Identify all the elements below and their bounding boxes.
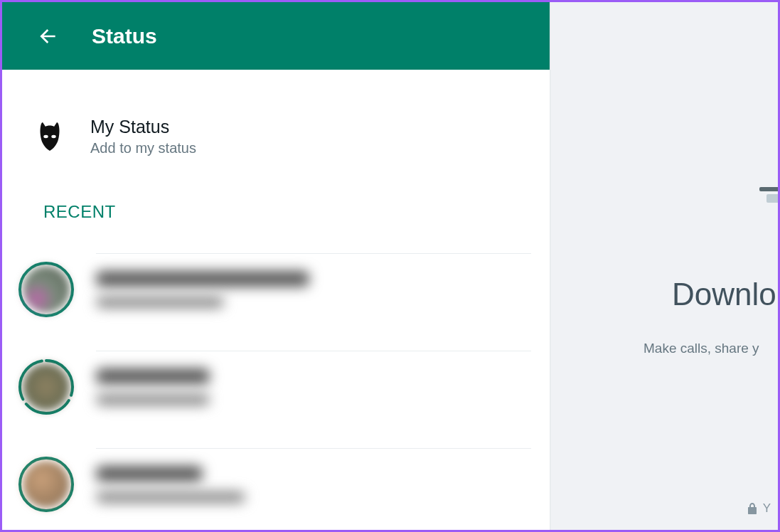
contact-avatar xyxy=(23,461,70,508)
status-ring xyxy=(18,456,75,513)
right-panel-subtitle: Make calls, share y xyxy=(643,341,759,356)
status-texts xyxy=(96,448,531,520)
app-viewport: Status My Status Add to my status RECENT xyxy=(0,0,780,532)
recent-section-label: RECENT xyxy=(2,164,550,240)
status-item[interactable] xyxy=(2,240,550,338)
contact-avatar xyxy=(23,363,70,410)
status-time-redacted xyxy=(96,491,245,503)
status-item[interactable] xyxy=(2,338,550,435)
right-panel-footer-text: Y xyxy=(763,501,771,516)
status-item[interactable] xyxy=(2,435,550,530)
status-texts xyxy=(96,253,531,325)
right-panel-footer: Y xyxy=(747,501,771,516)
right-empty-panel: Downlo Make calls, share y Y xyxy=(550,2,778,530)
contact-name-redacted xyxy=(96,271,309,287)
lock-icon xyxy=(747,503,757,514)
arrow-left-icon xyxy=(36,25,59,48)
svg-point-1 xyxy=(51,135,55,138)
my-status-title: My Status xyxy=(90,117,196,137)
status-ring xyxy=(18,261,75,318)
status-time-redacted xyxy=(96,297,224,308)
my-status-subtitle: Add to my status xyxy=(90,140,196,156)
contact-name-redacted xyxy=(96,368,210,384)
back-button[interactable] xyxy=(35,23,60,49)
svg-point-0 xyxy=(43,135,48,138)
my-status-texts: My Status Add to my status xyxy=(90,117,196,156)
status-ring xyxy=(18,358,75,415)
status-panel: Status My Status Add to my status RECENT xyxy=(2,2,550,530)
contact-avatar xyxy=(23,266,70,313)
batman-mask-icon xyxy=(38,122,61,151)
status-time-redacted xyxy=(96,394,210,405)
status-content: My Status Add to my status RECENT xyxy=(2,70,550,530)
my-status-row[interactable]: My Status Add to my status xyxy=(2,110,550,164)
right-panel-title: Downlo xyxy=(672,277,776,312)
contact-name-redacted xyxy=(96,466,203,482)
header-title: Status xyxy=(92,24,157,48)
status-list xyxy=(2,240,550,530)
laptop-art-fragment xyxy=(752,187,778,216)
status-header: Status xyxy=(2,2,550,70)
status-texts xyxy=(96,351,531,422)
my-status-avatar xyxy=(32,119,68,154)
